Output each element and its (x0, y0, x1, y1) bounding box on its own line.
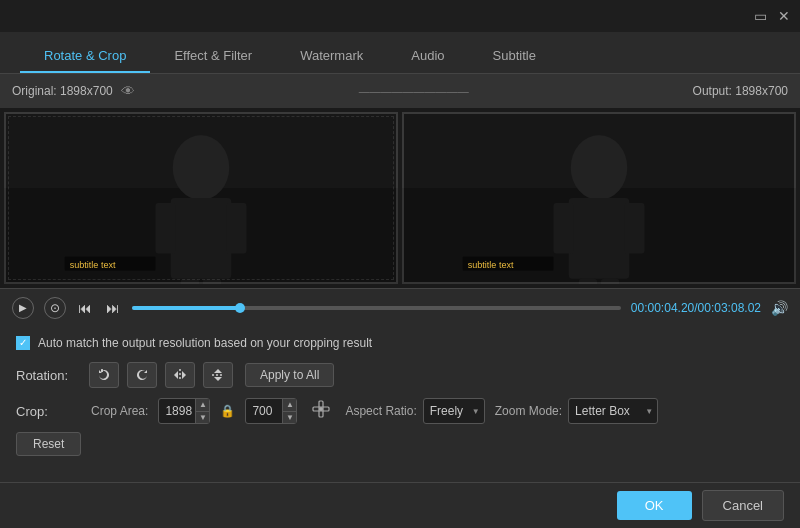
crop-height-down[interactable]: ▼ (282, 412, 296, 424)
lock-icon[interactable]: 🔒 (220, 404, 235, 418)
zoom-mode-select[interactable]: Letter Box Pan & Scan Full (568, 398, 658, 424)
original-resolution: Original: 1898x700 (12, 84, 113, 98)
original-info: Original: 1898x700 👁 (12, 83, 135, 99)
svg-rect-6 (181, 279, 199, 284)
info-bar: Original: 1898x700 👁 —————————— Output: … (0, 74, 800, 108)
svg-rect-3 (171, 198, 232, 279)
film-scene-right: subtitle text (402, 112, 796, 284)
next-button[interactable]: ⏭ (104, 298, 122, 318)
preview-area: subtitle text subtitle text (0, 108, 800, 288)
tab-audio[interactable]: Audio (387, 40, 468, 73)
aspect-ratio-select[interactable]: Freely 16:9 4:3 1:1 9:16 (423, 398, 485, 424)
restore-button[interactable]: ▭ (752, 8, 768, 24)
eye-icon[interactable]: 👁 (121, 83, 135, 99)
zoom-mode-group: Zoom Mode: Letter Box Pan & Scan Full (495, 398, 658, 424)
svg-rect-15 (624, 203, 644, 254)
aspect-ratio-label: Aspect Ratio: (345, 404, 416, 418)
tab-subtitle[interactable]: Subtitle (469, 40, 560, 73)
bottom-bar: OK Cancel (0, 482, 800, 528)
cancel-button[interactable]: Cancel (702, 490, 784, 521)
crop-width-down[interactable]: ▼ (195, 412, 209, 424)
crop-height-spinner: ▲ ▼ (282, 399, 296, 423)
controls-area: Auto match the output resolution based o… (0, 326, 800, 466)
aspect-ratio-select-wrap: Freely 16:9 4:3 1:1 9:16 (423, 398, 485, 424)
aspect-ratio-group: Aspect Ratio: Freely 16:9 4:3 1:1 9:16 (345, 398, 484, 424)
title-bar: ▭ ✕ (0, 0, 800, 32)
svg-rect-16 (579, 279, 597, 284)
tab-watermark[interactable]: Watermark (276, 40, 387, 73)
crop-width-spinner: ▲ ▼ (195, 399, 209, 423)
svg-point-2 (173, 135, 230, 200)
play-button[interactable]: ▶ (12, 297, 34, 319)
crop-label: Crop: (16, 404, 81, 419)
close-button[interactable]: ✕ (776, 8, 792, 24)
auto-match-label: Auto match the output resolution based o… (38, 336, 372, 350)
auto-match-checkbox[interactable] (16, 336, 30, 350)
flip-horizontal-button[interactable] (165, 362, 195, 388)
progress-thumb (235, 303, 245, 313)
prev-button[interactable]: ⏮ (76, 298, 94, 318)
tab-effect-filter[interactable]: Effect & Filter (150, 40, 276, 73)
rotation-row: Rotation: Apply to (16, 362, 784, 388)
playback-bar: ▶ ⊙ ⏮ ⏭ 00:00:04.20/00:03:08.02 🔊 (0, 288, 800, 326)
svg-point-29 (319, 407, 323, 411)
current-time: 00:00:04.20 (631, 301, 694, 315)
svg-point-12 (571, 135, 628, 200)
svg-rect-13 (569, 198, 630, 279)
filename-display: —————————— (359, 85, 469, 97)
svg-marker-23 (182, 371, 186, 379)
tab-rotate-crop[interactable]: Rotate & Crop (20, 40, 150, 73)
crop-height-input-wrap: ▲ ▼ (245, 398, 297, 424)
zoom-mode-label: Zoom Mode: (495, 404, 562, 418)
apply-all-button[interactable]: Apply to All (245, 363, 334, 387)
svg-rect-17 (601, 279, 619, 284)
snapshot-button[interactable]: ⊙ (44, 297, 66, 319)
time-display: 00:00:04.20/00:03:08.02 (631, 301, 761, 315)
preview-left: subtitle text (4, 112, 398, 284)
crop-row: Crop: Crop Area: ▲ ▼ 🔒 ▲ ▼ Aspect R (16, 398, 784, 424)
crop-area-label: Crop Area: (91, 404, 148, 418)
svg-rect-5 (226, 203, 246, 254)
output-resolution: Output: 1898x700 (693, 84, 788, 98)
reset-row: Reset (16, 432, 784, 456)
svg-rect-7 (203, 279, 221, 284)
crop-width-input-wrap: ▲ ▼ (158, 398, 210, 424)
total-time: 00:03:08.02 (698, 301, 761, 315)
svg-marker-25 (214, 369, 222, 373)
svg-marker-26 (214, 377, 222, 381)
svg-text:subtitle text: subtitle text (70, 260, 116, 270)
preview-right: subtitle text (402, 112, 796, 284)
tab-bar: Rotate & Crop Effect & Filter Watermark … (0, 32, 800, 74)
volume-button[interactable]: 🔊 (771, 300, 788, 316)
crop-width-up[interactable]: ▲ (195, 399, 209, 412)
reset-button[interactable]: Reset (16, 432, 81, 456)
film-scene-left: subtitle text (4, 112, 398, 284)
progress-track[interactable] (132, 306, 621, 310)
svg-rect-14 (554, 203, 574, 254)
svg-rect-4 (156, 203, 176, 254)
rotate-left-button[interactable] (89, 362, 119, 388)
zoom-mode-select-wrap: Letter Box Pan & Scan Full (568, 398, 658, 424)
rotation-label: Rotation: (16, 368, 81, 383)
crop-height-up[interactable]: ▲ (282, 399, 296, 412)
ok-button[interactable]: OK (617, 491, 692, 520)
svg-text:subtitle text: subtitle text (468, 260, 514, 270)
svg-marker-22 (174, 371, 178, 379)
auto-match-row: Auto match the output resolution based o… (16, 336, 784, 350)
svg-rect-20 (101, 369, 103, 372)
flip-vertical-button[interactable] (203, 362, 233, 388)
progress-fill (132, 306, 240, 310)
rotate-right-button[interactable] (127, 362, 157, 388)
center-crop-icon[interactable] (311, 399, 331, 423)
